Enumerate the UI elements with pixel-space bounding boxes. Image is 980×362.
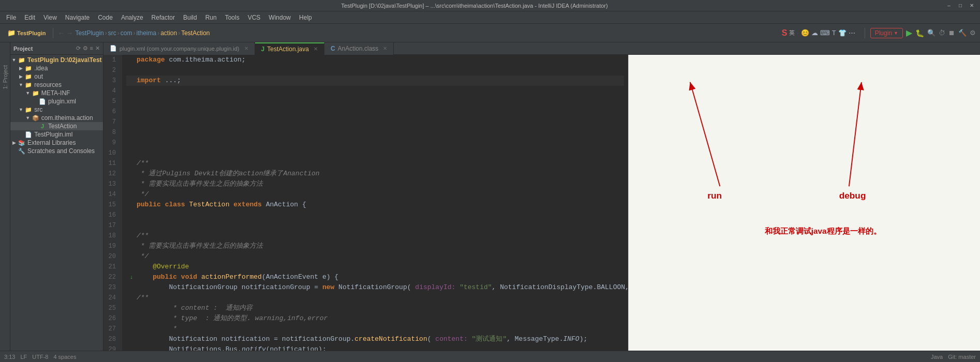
menu-analyze[interactable]: Analyze — [117, 13, 147, 22]
tree-item-7[interactable]: ▼ 📦 com.itheima.action — [10, 114, 103, 122]
maximize-button[interactable]: □ — [956, 2, 964, 10]
tab-anaction-icon: C — [331, 45, 335, 52]
back-arrow[interactable]: ← — [57, 29, 65, 37]
tree-item-10[interactable]: ▶ 📚 External Libraries — [10, 139, 103, 147]
code-line-26: * type : 通知的类型. warning,info,error — [126, 313, 624, 324]
code-content[interactable]: package com.itheima.action; import ...; … — [122, 55, 628, 351]
project-header: Project ⟳ ⚙ ≡ ✕ — [10, 42, 103, 55]
project-gear-icon[interactable]: ≡ — [90, 45, 93, 52]
project-settings-icon[interactable]: ⚙ — [83, 45, 88, 52]
settings-button[interactable]: ⚙ — [970, 29, 976, 37]
plugin-dropdown-icon: ▼ — [894, 31, 898, 36]
project-sync-icon[interactable]: ⟳ — [76, 45, 81, 52]
breadcrumb-testaction[interactable]: TestAction — [181, 29, 210, 37]
menu-refactor[interactable]: Refactor — [147, 13, 179, 22]
code-line-7 — [126, 117, 624, 127]
coverage-button[interactable]: 🔍 — [927, 29, 936, 37]
tree-label-3: resources — [34, 81, 62, 88]
code-line-6 — [126, 107, 624, 117]
left-panel: Project ⟳ ⚙ ≡ ✕ ▼ 📁 TestPlugin D:\02java… — [10, 42, 103, 351]
forward-arrow[interactable]: → — [66, 29, 73, 37]
tree-label-4: META-INF — [41, 89, 70, 97]
menu-file[interactable]: File — [2, 13, 20, 22]
project-vtab[interactable]: 1: Project — [1, 63, 9, 91]
breadcrumb-sep-5: › — [178, 29, 180, 37]
tree-label-9: TestPlugin.iml — [34, 131, 72, 138]
code-line-22: ↓ public void actionPerformed(AnActionEv… — [126, 272, 624, 282]
code-line-3: import ...; — [126, 76, 624, 86]
menu-window[interactable]: Window — [264, 13, 295, 22]
project-name: TestPlugin — [17, 30, 46, 36]
breadcrumb: TestPlugin › src › com › itheima › actio… — [75, 29, 210, 37]
project-close-icon[interactable]: ✕ — [95, 45, 100, 52]
code-line-5 — [126, 96, 624, 107]
tree-item-1[interactable]: ▶ 📁 .idea — [10, 64, 103, 72]
stop-button[interactable]: ⏹ — [948, 29, 955, 37]
debug-button[interactable]: 🐛 — [915, 29, 924, 37]
tabs-bar: 📄 plugin.xml (com.your.company.unique.pl… — [103, 42, 980, 55]
vertical-tab: 1: Project — [0, 42, 10, 351]
code-line-17 — [126, 220, 624, 231]
svg-text:debug: debug — [839, 190, 866, 201]
menu-edit[interactable]: Edit — [20, 13, 39, 22]
toolbar-separator-2 — [865, 28, 865, 38]
menu-tools[interactable]: Tools — [221, 13, 244, 22]
project-header-title: Project — [13, 46, 33, 52]
tab-plugin-xml-close[interactable]: ✕ — [244, 46, 248, 51]
code-line-2 — [126, 65, 624, 76]
status-position: 3:13 — [4, 354, 15, 360]
tree-label-11: Scratches and Consoles — [27, 147, 95, 155]
plugin-button[interactable]: Plugin ▼ — [870, 28, 903, 38]
tab-testaction[interactable]: J TestAction.java ✕ — [255, 42, 324, 55]
menu-build[interactable]: Build — [179, 13, 201, 22]
sougou-emoji: 😊 — [801, 29, 809, 37]
tree-item-11[interactable]: 🔧 Scratches and Consoles — [10, 147, 103, 155]
profile-button[interactable]: ⏱ — [939, 29, 945, 37]
toolbar-right: S 英 · 😊 ☁ ⌨ T 👕 ⋯ Plugin ▼ ▶ 🐛 🔍 ⏱ ⏹ 🔨 — [782, 28, 976, 38]
tree-item-2[interactable]: ▶ 📁 out — [10, 72, 103, 81]
line-number-26: 26 — [103, 313, 119, 324]
breadcrumb-com[interactable]: com — [121, 29, 132, 37]
tab-anaction-label: AnAction.class — [338, 45, 379, 52]
status-java: Java — [931, 354, 943, 360]
tab-anaction-close[interactable]: ✕ — [383, 46, 387, 51]
code-line-18: /** — [126, 231, 624, 241]
close-button[interactable]: ✕ — [968, 2, 976, 10]
breadcrumb-src[interactable]: src — [108, 29, 116, 37]
tree-item-5[interactable]: 📄 plugin.xml — [10, 97, 103, 105]
menu-code[interactable]: Code — [94, 13, 117, 22]
tree-item-8[interactable]: J TestAction — [10, 122, 103, 130]
menu-run[interactable]: Run — [201, 13, 221, 22]
nav-arrows: ← → — [57, 29, 73, 37]
line-number-9: 9 — [103, 138, 119, 148]
menu-help[interactable]: Help — [295, 13, 316, 22]
tree-item-4[interactable]: ▼ 📁 META-INF — [10, 89, 103, 97]
project-selector[interactable]: 📁 TestPlugin — [4, 26, 49, 40]
line-number-7: 7 — [103, 117, 119, 127]
tab-anaction[interactable]: C AnAction.class ✕ — [324, 42, 394, 55]
menu-vcs[interactable]: VCS — [244, 13, 265, 22]
code-line-4 — [126, 86, 624, 96]
tree-item-6[interactable]: ▼ 📁 src — [10, 105, 103, 114]
breadcrumb-itheima[interactable]: itheima — [136, 29, 156, 37]
menu-navigate[interactable]: Navigate — [61, 13, 94, 22]
code-editor[interactable]: 1234567891011121314151617181920212223242… — [103, 55, 628, 351]
code-line-28: Notification notification = notification… — [126, 334, 624, 344]
code-line-10 — [126, 148, 624, 158]
line-number-10: 10 — [103, 148, 119, 158]
run-button[interactable]: ▶ — [906, 28, 912, 38]
menu-view[interactable]: View — [39, 13, 61, 22]
tree-item-0[interactable]: ▼ 📁 TestPlugin D:\02java\Test — [10, 56, 103, 64]
tab-plugin-xml[interactable]: 📄 plugin.xml (com.your.company.unique.pl… — [103, 42, 255, 55]
minimize-button[interactable]: – — [945, 2, 953, 10]
toolbar-separator-1 — [53, 28, 53, 38]
build-button[interactable]: 🔨 — [958, 29, 967, 37]
breadcrumb-action[interactable]: action — [160, 29, 177, 37]
tab-testaction-close[interactable]: ✕ — [314, 46, 318, 52]
tree-item-3[interactable]: ▼ 📁 resources — [10, 81, 103, 89]
title-bar: TestPlugin [D:\02java\TestPlugin] – ...\… — [0, 0, 980, 11]
tree-label-1: .idea — [34, 65, 48, 72]
code-line-27: * — [126, 324, 624, 334]
code-line-24: /** — [126, 293, 624, 303]
tree-item-9[interactable]: 📄 TestPlugin.iml — [10, 130, 103, 139]
